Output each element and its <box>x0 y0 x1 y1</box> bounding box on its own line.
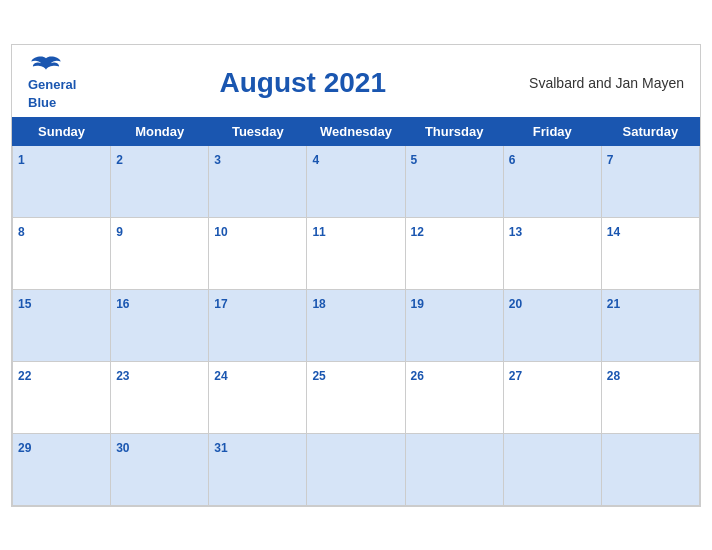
weekday-header-monday: Monday <box>111 117 209 145</box>
day-number: 22 <box>18 369 31 383</box>
day-number: 18 <box>312 297 325 311</box>
day-number: 14 <box>607 225 620 239</box>
day-number: 16 <box>116 297 129 311</box>
calendar-cell: 29 <box>13 433 111 505</box>
day-number: 1 <box>18 153 25 167</box>
day-number: 25 <box>312 369 325 383</box>
calendar-header: General Blue August 2021 Svalbard and Ja… <box>12 45 700 117</box>
calendar-cell: 21 <box>601 289 699 361</box>
calendar-cell: 22 <box>13 361 111 433</box>
logo-bird-icon <box>28 55 64 73</box>
logo-area: General Blue <box>28 55 76 111</box>
day-number: 4 <box>312 153 319 167</box>
calendar-cell <box>601 433 699 505</box>
title-area: August 2021 <box>220 67 387 99</box>
calendar-cell: 14 <box>601 217 699 289</box>
week-row-2: 891011121314 <box>13 217 700 289</box>
calendar-cell: 25 <box>307 361 405 433</box>
day-number: 7 <box>607 153 614 167</box>
logo-text: General Blue <box>28 75 76 111</box>
calendar-cell: 3 <box>209 145 307 217</box>
day-number: 21 <box>607 297 620 311</box>
day-number: 15 <box>18 297 31 311</box>
day-number: 12 <box>411 225 424 239</box>
weekday-header-wednesday: Wednesday <box>307 117 405 145</box>
calendar-cell <box>405 433 503 505</box>
weekday-header-thursday: Thursday <box>405 117 503 145</box>
day-number: 26 <box>411 369 424 383</box>
calendar-wrapper: General Blue August 2021 Svalbard and Ja… <box>11 44 701 507</box>
calendar-cell: 11 <box>307 217 405 289</box>
calendar-cell: 7 <box>601 145 699 217</box>
calendar-cell: 1 <box>13 145 111 217</box>
calendar-cell: 9 <box>111 217 209 289</box>
day-number: 30 <box>116 441 129 455</box>
day-number: 2 <box>116 153 123 167</box>
calendar-cell: 28 <box>601 361 699 433</box>
calendar-cell: 27 <box>503 361 601 433</box>
weekday-header-saturday: Saturday <box>601 117 699 145</box>
calendar-title: August 2021 <box>220 67 387 98</box>
calendar-cell: 6 <box>503 145 601 217</box>
calendar-cell: 30 <box>111 433 209 505</box>
calendar-cell: 17 <box>209 289 307 361</box>
calendar-cell: 5 <box>405 145 503 217</box>
day-number: 5 <box>411 153 418 167</box>
calendar-grid: SundayMondayTuesdayWednesdayThursdayFrid… <box>12 117 700 506</box>
day-number: 10 <box>214 225 227 239</box>
day-number: 27 <box>509 369 522 383</box>
weekday-header-sunday: Sunday <box>13 117 111 145</box>
day-number: 24 <box>214 369 227 383</box>
calendar-cell <box>503 433 601 505</box>
calendar-cell: 20 <box>503 289 601 361</box>
day-number: 17 <box>214 297 227 311</box>
calendar-cell: 24 <box>209 361 307 433</box>
calendar-cell: 4 <box>307 145 405 217</box>
calendar-cell: 8 <box>13 217 111 289</box>
day-number: 28 <box>607 369 620 383</box>
calendar-cell: 16 <box>111 289 209 361</box>
week-row-4: 22232425262728 <box>13 361 700 433</box>
day-number: 19 <box>411 297 424 311</box>
calendar-cell <box>307 433 405 505</box>
day-number: 29 <box>18 441 31 455</box>
day-number: 3 <box>214 153 221 167</box>
day-number: 6 <box>509 153 516 167</box>
day-number: 9 <box>116 225 123 239</box>
weekday-header-tuesday: Tuesday <box>209 117 307 145</box>
calendar-cell: 23 <box>111 361 209 433</box>
calendar-subtitle: Svalbard and Jan Mayen <box>529 75 684 91</box>
week-row-3: 15161718192021 <box>13 289 700 361</box>
calendar-cell: 15 <box>13 289 111 361</box>
calendar-cell: 10 <box>209 217 307 289</box>
weekday-header-row: SundayMondayTuesdayWednesdayThursdayFrid… <box>13 117 700 145</box>
day-number: 20 <box>509 297 522 311</box>
calendar-cell: 2 <box>111 145 209 217</box>
week-row-5: 293031 <box>13 433 700 505</box>
day-number: 8 <box>18 225 25 239</box>
weekday-header-friday: Friday <box>503 117 601 145</box>
calendar-cell: 31 <box>209 433 307 505</box>
calendar-cell: 13 <box>503 217 601 289</box>
calendar-cell: 18 <box>307 289 405 361</box>
day-number: 13 <box>509 225 522 239</box>
calendar-cell: 26 <box>405 361 503 433</box>
day-number: 11 <box>312 225 325 239</box>
calendar-cell: 19 <box>405 289 503 361</box>
day-number: 23 <box>116 369 129 383</box>
day-number: 31 <box>214 441 227 455</box>
subtitle-area: Svalbard and Jan Mayen <box>529 75 684 91</box>
week-row-1: 1234567 <box>13 145 700 217</box>
calendar-cell: 12 <box>405 217 503 289</box>
